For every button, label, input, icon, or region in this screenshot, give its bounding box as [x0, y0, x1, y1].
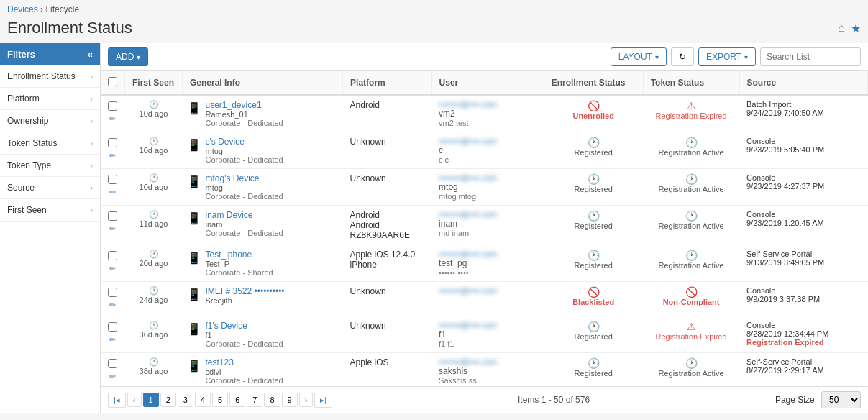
- enrollment-status-text: Registered: [551, 222, 636, 230]
- edit-icon[interactable]: ✏: [104, 151, 122, 160]
- page-7-button[interactable]: 7: [247, 393, 262, 407]
- general-info-cell: 📱 inam Device inam Corporate - Dedicated: [183, 206, 343, 245]
- page-next-button[interactable]: ›: [299, 393, 314, 407]
- col-platform: Platform: [343, 71, 432, 95]
- row-checkbox[interactable]: [108, 138, 117, 147]
- first-seen-text: 20d ago: [128, 259, 180, 268]
- page-5-button[interactable]: 5: [212, 393, 228, 407]
- col-token-status: Token Status: [643, 71, 739, 95]
- row-checkbox[interactable]: [108, 288, 117, 297]
- caret-icon: ▾: [137, 53, 140, 61]
- token-status-cell: 🚫 Non-Compliant: [643, 282, 739, 316]
- page-first-button[interactable]: |◂: [108, 393, 126, 408]
- sidebar-item-token-type[interactable]: Token Type ›: [0, 155, 100, 177]
- edit-icon[interactable]: ✏: [104, 114, 122, 124]
- page-8-button[interactable]: 8: [264, 393, 280, 407]
- row-checkbox[interactable]: [108, 359, 117, 368]
- edit-icon[interactable]: ✏: [104, 224, 122, 234]
- user-email: ••••••••@••••.com: [439, 250, 536, 258]
- user-fullname: mtog mtog: [439, 192, 536, 201]
- page-4-button[interactable]: 4: [195, 393, 211, 407]
- platform-cell: Apple iOS: [343, 353, 432, 387]
- general-info-cell: 📱 c's Device mtog Corporate - Dedicated: [183, 132, 343, 169]
- enrollment-status-text: Registered: [551, 185, 636, 193]
- breadcrumb-devices[interactable]: Devices: [7, 4, 38, 14]
- table-row: ✏ 🕐 20d ago 📱 Test_iphone Test_P Corpora…: [101, 245, 868, 282]
- page-3-button[interactable]: 3: [178, 393, 193, 407]
- source-name: Batch Import: [746, 100, 861, 109]
- search-input[interactable]: [760, 47, 861, 66]
- page-prev-button[interactable]: ‹: [127, 393, 142, 407]
- token-status-cell: 🕐 Registration Active: [643, 245, 739, 282]
- sidebar-item-label: First Seen: [7, 205, 47, 215]
- source-name: Self-Service Portal: [746, 250, 861, 258]
- row-checkbox[interactable]: [108, 322, 117, 332]
- source-extra-text: Registration Expired: [746, 338, 861, 347]
- col-source: Source: [739, 71, 868, 95]
- first-seen-text: 24d ago: [128, 296, 180, 304]
- page-9-button[interactable]: 9: [282, 393, 298, 407]
- device-name[interactable]: IMEI # 3522 ••••••••••: [206, 286, 285, 296]
- time-icon: 🕐: [128, 357, 180, 367]
- page-size-select[interactable]: 10 25 50 100: [821, 391, 861, 408]
- enrollment-status-text: Registered: [551, 261, 636, 270]
- device-name[interactable]: inam Device: [206, 210, 283, 220]
- source-name: Console: [746, 210, 861, 219]
- user-fullname: vm2 test: [439, 119, 536, 127]
- sidebar-collapse-icon[interactable]: «: [88, 49, 93, 60]
- select-all-checkbox[interactable]: [108, 77, 117, 86]
- user-email: ••••••••@••••.com: [439, 173, 536, 182]
- page-1-button[interactable]: 1: [143, 393, 159, 407]
- device-name[interactable]: Test_iphone: [206, 250, 273, 260]
- col-general-info: General Info: [183, 71, 343, 95]
- row-checkbox-cell: ✏: [101, 245, 125, 282]
- sidebar-item-source[interactable]: Source ›: [0, 177, 100, 199]
- star-icon[interactable]: ★: [851, 22, 861, 35]
- source-name: Console: [746, 137, 861, 145]
- row-checkbox[interactable]: [108, 211, 117, 221]
- sidebar-item-first-seen[interactable]: First Seen ›: [0, 199, 100, 222]
- device-name[interactable]: mtog's Device: [206, 173, 283, 183]
- refresh-button[interactable]: ↻: [671, 47, 694, 66]
- device-name[interactable]: f1's Device: [206, 321, 283, 331]
- edit-icon[interactable]: ✏: [104, 335, 122, 344]
- token-status-cell: 🕐 Registration Active: [643, 132, 739, 169]
- row-checkbox[interactable]: [108, 175, 117, 184]
- home-icon[interactable]: ⌂: [838, 22, 845, 35]
- device-name[interactable]: c's Device: [206, 137, 283, 147]
- clock-icon: 🕐: [551, 250, 636, 261]
- device-icon: 📱: [187, 138, 201, 152]
- edit-icon[interactable]: ✏: [104, 188, 122, 197]
- export-button[interactable]: EXPORT ▾: [698, 47, 756, 66]
- user-cell: ••••••••@••••.com vm2 vm2 test: [431, 95, 544, 132]
- sidebar-header[interactable]: Filters «: [0, 43, 100, 65]
- sidebar-item-token-status[interactable]: Token Status ›: [0, 132, 100, 155]
- page-2-button[interactable]: 2: [160, 393, 176, 407]
- clock-icon: 🕐: [650, 173, 732, 185]
- time-icon: 🕐: [128, 100, 180, 109]
- platform-cell: Android: [343, 95, 432, 132]
- device-name[interactable]: user1_device1: [206, 100, 283, 110]
- sidebar-item-platform[interactable]: Platform ›: [0, 88, 100, 110]
- sidebar-header-label: Filters: [7, 49, 35, 60]
- edit-icon[interactable]: ✏: [104, 372, 122, 381]
- device-type: Corporate - Dedicated: [206, 155, 283, 164]
- sidebar-item-label: Enrollment Status: [7, 71, 76, 81]
- device-name[interactable]: test123: [206, 357, 283, 368]
- page-last-button[interactable]: ▸|: [314, 393, 332, 408]
- page-6-button[interactable]: 6: [229, 393, 245, 407]
- token-status-text: Non-Compliant: [650, 298, 732, 306]
- row-checkbox[interactable]: [108, 101, 117, 111]
- row-checkbox[interactable]: [108, 251, 117, 260]
- enrollment-status-cell: 🕐 Registered: [544, 245, 643, 282]
- warn-icon: ⚠: [650, 100, 732, 111]
- sidebar-item-ownership[interactable]: Ownership ›: [0, 110, 100, 132]
- edit-icon[interactable]: ✏: [104, 264, 122, 273]
- sidebar-item-enrollment-status[interactable]: Enrollment Status ›: [0, 65, 100, 88]
- user-email: ••••••••@••••.com: [439, 210, 536, 219]
- device-type: Corporate - Dedicated: [206, 192, 283, 201]
- add-button[interactable]: ADD ▾: [108, 47, 148, 66]
- edit-icon[interactable]: ✏: [104, 301, 122, 310]
- user-fullname: f1 f1: [439, 339, 536, 348]
- layout-button[interactable]: LAYOUT ▾: [611, 47, 667, 66]
